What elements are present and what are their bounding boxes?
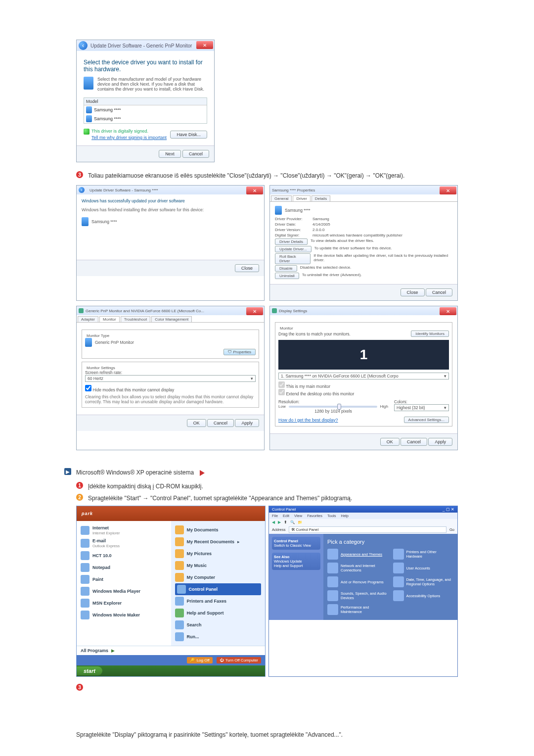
menu-item[interactable]: Favorites — [307, 514, 322, 518]
tab-troubleshoot[interactable]: Troubleshoot — [121, 316, 150, 322]
folders-icon[interactable]: 📁 — [298, 520, 302, 524]
category-item[interactable]: User Accounts — [393, 563, 454, 573]
start-item[interactable]: Paint — [81, 573, 167, 585]
close-icon[interactable]: ✕ — [440, 307, 456, 315]
close-button[interactable]: Close — [235, 264, 259, 272]
category-item[interactable]: Appearance and Themes — [327, 549, 388, 560]
resolution-slider[interactable]: Low High — [278, 404, 388, 409]
start-button[interactable]: start — [77, 666, 102, 675]
start-item[interactable]: HCT 10.0 — [81, 550, 167, 562]
hide-modes-checkbox[interactable] — [85, 385, 91, 391]
start-item[interactable]: My Pictures — [175, 548, 262, 560]
start-item[interactable]: Windows Media Player — [81, 585, 167, 597]
address-field[interactable]: 🛠 Control Panel — [289, 526, 446, 533]
up-icon[interactable]: ⬆ — [284, 520, 287, 524]
category-item[interactable]: Accessibility Options — [393, 590, 454, 601]
model-row[interactable]: Samsung **** — [84, 114, 207, 123]
category-item[interactable]: Printers and Other Hardware — [393, 549, 454, 560]
advanced-button[interactable]: Advanced Settings... — [404, 417, 449, 423]
windows-update-link[interactable]: Windows Update — [274, 559, 302, 564]
forward-icon[interactable]: ▶ — [278, 520, 281, 524]
go-button[interactable]: Go — [449, 527, 454, 532]
category-item[interactable]: Network and Internet Connections — [327, 563, 388, 573]
chevron-down-icon: ▾ — [251, 376, 253, 381]
disable-button[interactable]: Disable — [275, 265, 297, 272]
uninstall-button[interactable]: Uninstall — [275, 273, 299, 279]
cancel-button[interactable]: Cancel — [426, 288, 452, 296]
category-item[interactable]: Add or Remove Programs — [327, 576, 388, 587]
resolution-value: 1280 by 1024 pixels — [278, 409, 388, 414]
start-item[interactable]: Windows Movie Maker — [81, 609, 167, 621]
turnoff-button[interactable]: ⏻ Turn Off Computer — [217, 657, 261, 663]
switch-view-link[interactable]: Switch to Classic View — [274, 543, 311, 548]
back-icon[interactable]: ◀ — [272, 520, 275, 524]
help-support-link[interactable]: Help and Support — [274, 564, 303, 568]
ok-button[interactable]: OK — [187, 419, 206, 427]
apply-button[interactable]: Apply — [428, 438, 452, 446]
tab-monitor[interactable]: Monitor — [99, 316, 120, 322]
extend-desktop-checkbox — [278, 389, 285, 395]
logoff-button[interactable]: 🔑 Log Off — [187, 657, 213, 663]
start-item[interactable]: MSN Explorer — [81, 597, 167, 609]
driver-details-button[interactable]: Driver Details — [275, 238, 308, 245]
update-driver-button[interactable]: Update Driver... — [275, 246, 312, 252]
window-icon — [79, 308, 84, 313]
tab-adapter[interactable]: Adapter — [78, 316, 98, 322]
menu-item[interactable]: File — [272, 514, 278, 518]
ok-button[interactable]: OK — [380, 438, 400, 446]
tab-driver[interactable]: Driver — [293, 195, 310, 201]
close-button[interactable]: Close — [400, 288, 425, 296]
start-item[interactable]: Notepad — [81, 562, 167, 573]
tab-color[interactable]: Color Management — [151, 316, 192, 322]
menu-item[interactable]: Edit — [283, 514, 289, 518]
start-item[interactable]: Control Panel — [175, 583, 262, 595]
category-item[interactable]: Performance and Maintenance — [327, 604, 388, 615]
cancel-button[interactable]: Cancel — [182, 150, 209, 158]
colors-select[interactable]: Highest (32 bit)▾ — [394, 404, 449, 411]
search-icon[interactable]: 🔍 — [290, 520, 295, 524]
tab-details[interactable]: Details — [312, 195, 330, 201]
cancel-button[interactable]: Cancel — [400, 438, 427, 446]
all-programs[interactable]: All Programs — [81, 648, 108, 653]
model-row[interactable]: Samsung **** — [84, 105, 207, 114]
menu-item[interactable]: View — [294, 514, 302, 518]
start-item[interactable]: InternetInternet Explorer — [81, 524, 167, 537]
apply-button[interactable]: Apply — [235, 419, 259, 427]
start-item[interactable]: Help and Support — [175, 607, 262, 619]
refresh-select[interactable]: 60 Hertz▾ — [85, 375, 256, 382]
category-item[interactable]: Sounds, Speech, and Audio Devices — [327, 590, 388, 601]
start-item[interactable]: My Documents — [175, 524, 262, 536]
properties-button[interactable]: 🛡 Properties — [223, 349, 256, 355]
rollback-driver-button[interactable]: Roll Back Driver — [275, 253, 311, 264]
collapse-icon[interactable] — [200, 470, 205, 476]
have-disk-button[interactable]: Have Disk... — [170, 131, 207, 139]
close-icon[interactable]: ✕ — [246, 187, 263, 194]
signing-link[interactable]: Tell me why driver signing is important — [91, 135, 167, 140]
start-item[interactable]: Search — [175, 619, 262, 631]
start-item[interactable]: My Music — [175, 560, 262, 571]
category-icon — [393, 549, 404, 560]
menu-item[interactable]: Tools — [327, 514, 336, 518]
cancel-button[interactable]: Cancel — [207, 419, 234, 427]
identify-button[interactable]: Identify Monitors — [411, 331, 449, 337]
start-item[interactable]: Run... — [175, 631, 262, 643]
close-icon[interactable]: ✕ — [246, 307, 263, 315]
refresh-label: Screen refresh rate: — [85, 370, 256, 375]
start-item[interactable]: My Computer — [175, 571, 262, 583]
monitor-preview[interactable]: 1 — [278, 340, 449, 370]
start-item[interactable]: E-mailOutlook Express — [81, 537, 167, 550]
close-icon[interactable]: ✕ — [440, 187, 456, 194]
window-controls[interactable]: _ ▢ ✕ — [443, 507, 454, 512]
close-icon[interactable]: ✕ — [196, 41, 213, 49]
monitor-select[interactable]: 1. Samsung **** on NVIDIA GeForce 6600 L… — [278, 373, 449, 379]
start-item[interactable]: My Recent Documents ▸ — [175, 536, 262, 548]
best-display-link[interactable]: How do I get the best display? — [278, 418, 338, 423]
category-item[interactable]: Date, Time, Language, and Regional Optio… — [393, 576, 454, 587]
start-item[interactable]: Printers and Faxes — [175, 595, 262, 607]
menu-item[interactable]: Help — [341, 514, 349, 518]
next-button[interactable]: Next — [159, 150, 181, 158]
colors-label: Colors: — [394, 399, 449, 404]
back-icon[interactable]: ‹ — [79, 187, 85, 193]
tab-general[interactable]: General — [271, 195, 292, 201]
back-icon[interactable]: ‹ — [79, 41, 88, 50]
